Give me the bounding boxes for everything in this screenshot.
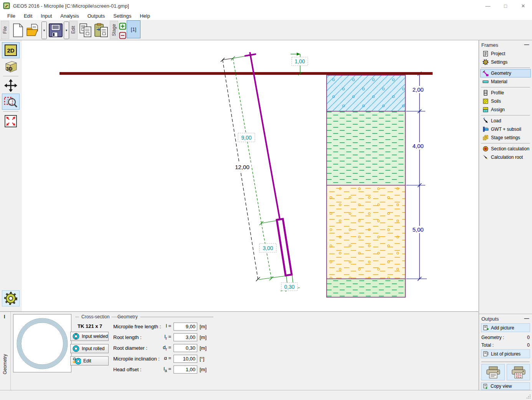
frames-item-section-calculation[interactable]: Section calculation [480,145,531,153]
outputs-minimize-button[interactable]: — [524,315,530,321]
minimize-button[interactable]: — [479,0,497,12]
menu-help[interactable]: Help [135,12,154,20]
view-toolbar: 2D 3D [0,40,22,311]
status-bar [0,390,532,400]
separator [481,115,530,115]
menu-settings[interactable]: Settings [109,12,135,20]
frames-item-calculation-root[interactable]: Calculation root [480,153,531,161]
zoom-tool-button[interactable] [2,94,20,110]
separator [481,362,530,362]
stage-1-button[interactable]: [1] [127,20,140,38]
soil-column [327,75,405,297]
gear-icon [4,291,18,305]
pan-tool-button[interactable] [2,77,20,94]
toolbar-group-file: File [1,21,9,39]
save-button[interactable] [48,21,64,39]
field-unit: [m] [200,367,207,372]
copy-icon [79,23,92,38]
2d-icon: 2D [7,47,14,54]
frames-item-soils[interactable]: Soils [480,97,531,105]
minus-icon [119,32,126,39]
view-3d-button[interactable]: 3D [2,58,20,74]
menu-outputs[interactable]: Outputs [83,12,109,20]
menu-analysis[interactable]: Analysis [56,12,83,20]
add-picture-icon [483,325,489,331]
add-picture-button[interactable]: Add picture [481,323,530,332]
load-icon [482,118,489,124]
plus-icon [119,23,126,30]
drawing-canvas[interactable]: 2,00 4,00 5,00 [22,40,478,311]
geometry-row-inclination: Micropile inclination : α = [°] [0,354,215,363]
root-length-input[interactable] [173,333,197,341]
frames-item-gwt-subsoil[interactable]: GWT + subsoil [480,125,531,133]
frames-item-profile[interactable]: Profile [480,89,531,97]
gwt-subsoil-icon [482,126,489,132]
fit-to-view-button[interactable] [2,113,20,129]
outputs-geometry-count: 0 [527,335,530,340]
frames-item-assign[interactable]: Assign [480,105,531,114]
new-file-button[interactable] [11,21,25,39]
panel-pin-icon[interactable]: I [4,314,5,319]
separator [481,67,530,68]
dim-total-length: 12,00 [235,164,249,170]
separator [481,87,530,87]
section-calculation-icon [482,146,489,152]
toolbar-group-stage: Stage [110,21,118,39]
bottom-panel: I Geometry Cross-section TK 121 x 7 Inpu… [0,311,478,390]
menu-file[interactable]: File [3,12,20,20]
head-offset-input[interactable] [173,365,197,374]
list-of-pictures-icon [483,351,489,357]
outputs-panel-header: Outputs — [479,314,532,323]
geometry-row-head-offset: Head offset : la = [m] [0,365,215,374]
ground-line [59,72,433,75]
outputs-geometry-label: Geometry : [481,335,504,340]
print-button[interactable] [481,364,505,380]
frames-item-material[interactable]: Material [480,77,531,86]
copy-view-button[interactable]: Copy view [481,382,530,390]
project-icon [482,51,489,57]
dim-head-offset: 1,00 [294,58,305,64]
close-button[interactable]: ✕ [514,0,532,12]
resize-grip[interactable] [526,394,531,399]
3d-icon: 3D [6,66,13,72]
separator [481,143,530,143]
outputs-total-count-row: Total : 0 [481,342,530,348]
menu-input[interactable]: Input [36,12,56,20]
settings-gear-icon [482,59,489,65]
save-dropdown-arrow[interactable]: ▾ [64,21,69,39]
dim-arrowhead [297,53,300,56]
root-diameter-input[interactable] [173,344,197,352]
list-of-pictures-button[interactable]: List of pictures [481,349,530,358]
outputs-total-count: 0 [527,342,530,348]
view-2d-button[interactable]: 2D [2,42,20,58]
inclination-input[interactable] [173,355,197,363]
open-dropdown-arrow[interactable]: ▾ [41,21,47,39]
outputs-panel-title: Outputs [481,316,499,322]
frames-item-stage-settings[interactable]: Stage settings [480,133,531,142]
stage-add-button[interactable] [118,22,127,30]
stage-remove-button[interactable] [118,31,127,40]
maximize-button[interactable]: □ [497,0,514,12]
field-unit: [m] [200,334,207,340]
frames-item-settings[interactable]: Settings [480,58,531,66]
copy-button[interactable] [78,21,93,39]
print-selection-button[interactable] [507,364,530,380]
open-file-button[interactable] [25,21,41,39]
open-folder-icon [26,23,41,37]
field-unit: [m] [200,345,207,351]
fit-arrows-icon [4,115,17,128]
printer-icon [486,366,501,379]
material-icon [482,79,489,85]
paste-button[interactable] [94,21,110,39]
frames-item-project[interactable]: Project [480,49,531,58]
frames-item-geometry[interactable]: Geometry [480,69,531,77]
zoom-region-icon [3,94,18,109]
drawing-settings-button[interactable] [2,290,20,306]
frames-item-load[interactable]: Load [480,117,531,125]
app-window: GEO5 2016 - Micropile [C:\Micropile\scre… [0,0,532,400]
menu-edit[interactable]: Edit [20,12,36,20]
frames-panel-header: Frames — [479,40,532,49]
frames-minimize-button[interactable]: — [524,41,530,47]
dim-root-length: 3,00 [263,245,273,251]
free-length-input[interactable] [173,323,197,331]
